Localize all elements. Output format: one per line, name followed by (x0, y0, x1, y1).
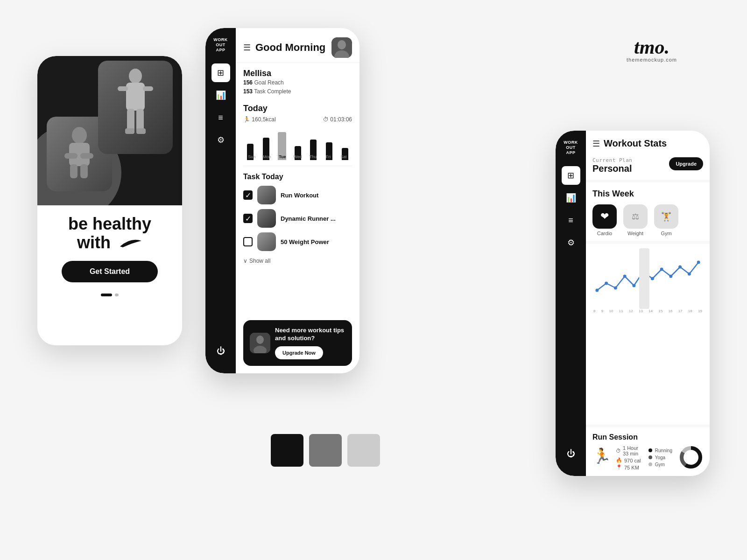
tmo-logo-text: tmo. (627, 37, 677, 57)
chart-highlight (639, 248, 649, 309)
x-label-16: 16 (668, 309, 672, 313)
phone3-stats: WORK OUT APP ⊞ 📊 ≡ ⚙ ⏻ ☰ Workout Stats C… (556, 131, 710, 476)
task-check-3[interactable] (243, 237, 253, 246)
sidebar-icon-stats[interactable]: 📊 (211, 86, 230, 105)
week-icon-gym[interactable]: 🏋 Gym (654, 204, 678, 236)
phone3-sidebar-tasks[interactable]: ≡ (562, 211, 580, 230)
phone1-top (37, 56, 182, 205)
day-fri: Fri (321, 154, 336, 159)
weight-icon-box: ⚖ (623, 204, 648, 229)
legend-gym: Gym (648, 462, 672, 467)
upgrade-now-button[interactable]: Upgrade Now (275, 346, 323, 359)
svg-point-22 (614, 287, 617, 290)
today-section: Today 🏃 160,5kcal ⏱ 01:03:06 (236, 100, 359, 163)
dot-2 (115, 294, 119, 296)
day-tue: Tue (275, 154, 290, 159)
donut-chart-svg (679, 445, 703, 469)
sidebar-icon-dashboard[interactable]: ⊞ (211, 63, 230, 82)
phone3-sidebar-logo: WORK OUT APP (564, 140, 578, 155)
x-label-13: 13 (639, 309, 643, 313)
svg-point-24 (632, 284, 635, 287)
phone2-main-content: ☰ Good Morning Mellisa 156 Goal Reach 15… (236, 28, 359, 373)
cardio-label: Cardio (597, 231, 612, 236)
svg-point-31 (697, 261, 700, 264)
sidebar-icon-tasks[interactable]: ≡ (211, 108, 230, 127)
svg-point-23 (623, 275, 627, 278)
run-legend-donut: Running Yoga Gym (648, 445, 703, 469)
run-session-section: Run Session 🏃 ⏱ 1 Hour 33 min 🔥 970 cal … (586, 427, 710, 476)
svg-point-15 (338, 40, 346, 49)
run-distance: 📍 75 KM (616, 464, 644, 470)
task-thumb-1 (257, 186, 276, 204)
svg-point-21 (605, 282, 608, 285)
phone3-app-title: Workout Stats (604, 138, 703, 149)
tmo-logo: tmo. thememockup.com (627, 37, 677, 63)
x-label-14: 14 (648, 309, 653, 313)
svg-point-18 (256, 336, 264, 344)
upgrade-button[interactable]: Upgrade (669, 157, 703, 170)
task-item-2[interactable]: ✓ Dynamic Runner ... (243, 209, 352, 228)
tmo-logo-sub: thememockup.com (627, 57, 677, 63)
legend-running: Running (648, 448, 672, 453)
run-stats: ⏱ 1 Hour 33 min 🔥 970 cal 📍 75 KM (616, 445, 644, 470)
svg-point-30 (688, 273, 691, 276)
sitting-athlete-svg (56, 126, 103, 182)
task-check-1[interactable]: ✓ (243, 190, 253, 200)
chart-x-labels: 8 9 10 11 12 13 14 15 16 17 18 19 (592, 309, 703, 313)
week-icon-cardio[interactable]: ❤ Cardio (592, 204, 617, 236)
swatch-black (271, 434, 303, 467)
svg-point-0 (72, 127, 87, 144)
legend-label-gym: Gym (655, 462, 665, 467)
week-icon-weight[interactable]: ⚖ Weight (623, 204, 648, 236)
this-week-section: This Week ❤ Cardio ⚖ Weight 🏋 Gym (586, 182, 710, 241)
show-all-button[interactable]: ∨ Show all (243, 256, 352, 266)
x-label-9: 9 (601, 309, 603, 313)
running-icon: 🏃 (592, 447, 611, 465)
get-started-button[interactable]: Get Started (62, 261, 158, 282)
task-item-1[interactable]: ✓ Run Workout (243, 186, 352, 204)
x-label-12: 12 (629, 309, 633, 313)
svg-rect-2 (64, 153, 78, 159)
task-thumb-3 (257, 232, 276, 251)
nike-swoosh (119, 233, 142, 252)
hamburger-icon[interactable]: ☰ (243, 42, 251, 53)
day-wed: Wed (290, 154, 305, 159)
phone3-sidebar-settings[interactable]: ⚙ (562, 233, 580, 252)
task-section: Task Today ✓ Run Workout ✓ Dynamic Runne… (236, 169, 359, 316)
task-section-title: Task Today (243, 173, 352, 181)
task-name-2: Dynamic Runner ... (281, 215, 352, 222)
nike-swoosh-svg (119, 238, 142, 248)
svg-rect-3 (80, 153, 93, 159)
phone3-hamburger-icon[interactable]: ☰ (592, 139, 600, 149)
user-info-section: Mellisa 156 Goal Reach 153 Task Complete (236, 63, 359, 100)
phone3-main-content: ☰ Workout Stats Current Plan Personal Up… (586, 131, 710, 476)
avatar-svg (331, 37, 352, 58)
phone3-sidebar-power[interactable]: ⏻ (562, 444, 580, 463)
bar-day-labels: Sun Mon Tue Wed Thu Fri Sat (243, 154, 352, 159)
line-chart (592, 248, 703, 309)
svg-rect-12 (125, 128, 134, 134)
task-check-2[interactable]: ✓ (243, 214, 253, 223)
phone2-header: ☰ Good Morning (236, 28, 359, 63)
promo-title: Need more workout tips and solution? (275, 327, 345, 343)
phone3-sidebar-dashboard[interactable]: ⊞ (562, 166, 580, 185)
headline-line2: with (77, 233, 111, 252)
legend-dot-yoga (648, 455, 652, 459)
kcal-text: 🏃 160,5kcal (243, 116, 276, 123)
gym-icon-box: 🏋 (654, 204, 678, 229)
phone3-sidebar-stats[interactable]: 📊 (562, 189, 580, 207)
legend-dot-running (648, 448, 652, 452)
run-calories: 🔥 970 cal (616, 457, 644, 463)
x-label-10: 10 (609, 309, 613, 313)
sidebar-icon-settings[interactable]: ⚙ (211, 131, 230, 149)
dot-1 (101, 294, 112, 296)
task-item-3[interactable]: 50 Weight Power (243, 232, 352, 251)
run-session-title: Run Session (592, 433, 703, 441)
headline-line1: be healthy (68, 214, 151, 233)
phone1-nike: be healthy with Get Started (37, 56, 182, 345)
show-all-chevron: ∨ (243, 258, 247, 264)
sidebar-icon-power[interactable]: ⏻ (211, 342, 230, 360)
plan-details: Current Plan Personal (592, 157, 632, 174)
svg-point-26 (651, 277, 654, 280)
svg-point-27 (660, 268, 663, 271)
